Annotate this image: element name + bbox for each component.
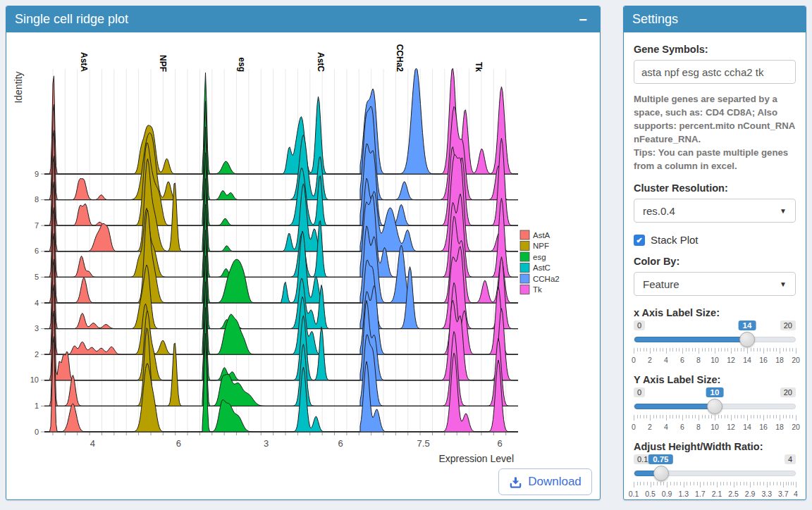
chevron-down-icon: ▼ [780, 207, 787, 215]
slider-minor-tick [744, 482, 744, 485]
svg-text:2: 2 [35, 350, 39, 359]
legend-swatch [520, 263, 529, 273]
slider-minor-tick [725, 348, 725, 352]
stack-plot-checkbox-row[interactable]: ✔ Stack Plot [634, 234, 796, 246]
download-icon [509, 475, 522, 489]
slider-tick [700, 482, 701, 487]
ridge-plot-card-header: Single cell ridge plot − [6, 6, 600, 32]
slider-minor-tick [753, 348, 754, 352]
slider-minor-tick [676, 348, 677, 352]
slider-tick-label: 3.3 [761, 490, 772, 498]
slider-1[interactable]: 0 20 10 02468101214161820 [634, 387, 796, 433]
slider-0[interactable]: 0 20 14 02468101214161820 [634, 321, 796, 366]
collapse-minus-icon[interactable]: − [574, 13, 591, 27]
slider-2[interactable]: 0.1 4 0.75 0.10.50.91.31.72.12.52.93.33.… [634, 454, 796, 499]
gene-symbols-label: Gene Symbols: [634, 44, 796, 56]
slider-track[interactable] [634, 404, 796, 409]
cluster-resolution-select[interactable]: res.0.4 ▼ [634, 199, 796, 223]
slider-tick [715, 348, 715, 354]
slider-handle[interactable] [707, 399, 722, 414]
slider-handle[interactable] [653, 466, 669, 481]
slider-minor-tick [734, 348, 735, 352]
slider-tick [731, 348, 732, 354]
slider-minor-tick [660, 348, 660, 352]
chevron-down-icon: ▼ [780, 280, 787, 288]
slider-minor-tick [695, 348, 696, 352]
slider-tick-label: 10 [710, 423, 719, 431]
download-button[interactable]: Download [498, 468, 592, 495]
legend-swatch [520, 274, 529, 283]
gene-symbols-input[interactable] [634, 60, 796, 84]
slider-tick-label: 6 [680, 423, 684, 431]
slider-label-2: Adjust Height/Width Ratio: [634, 441, 796, 453]
slider-minor-tick [663, 415, 663, 418]
slider-track[interactable] [634, 337, 796, 342]
slider-minor-tick [686, 348, 687, 352]
slider-max-badge: 20 [780, 387, 796, 397]
slider-tick-label: 2.1 [712, 490, 722, 498]
slider-minor-tick [751, 415, 751, 418]
slider-minor-tick [746, 482, 747, 485]
svg-text:3: 3 [264, 438, 269, 449]
slider-tick-label: 14 [743, 356, 751, 364]
slider-handle[interactable] [739, 332, 755, 347]
slider-minor-tick [690, 482, 691, 485]
slider-tick [699, 415, 699, 421]
svg-text:3: 3 [35, 324, 39, 332]
slider-minor-tick [744, 348, 744, 352]
slider-minor-tick [721, 415, 722, 418]
slider-tick [767, 482, 768, 487]
slider-minor-tick [646, 348, 647, 352]
slider-tick [699, 348, 699, 354]
slider-minor-tick [718, 415, 719, 418]
slider-max-badge: 4 [785, 454, 796, 464]
legend-label: esg [533, 253, 546, 261]
slider-tick-label: 12 [727, 356, 735, 364]
slider-minor-tick [677, 482, 677, 485]
svg-text:4: 4 [90, 438, 95, 449]
slider-track[interactable] [634, 471, 796, 476]
slider-minor-tick [770, 348, 770, 352]
svg-text:esg: esg [237, 57, 247, 72]
slider-minor-tick [773, 415, 774, 418]
slider-tick-label: 0 [632, 356, 636, 364]
slider-tick-label: 0.1 [629, 490, 639, 498]
svg-text:NPF: NPF [158, 55, 168, 72]
color-by-select[interactable]: Feature ▼ [634, 272, 796, 296]
slider-minor-tick [713, 482, 714, 485]
stack-plot-checkbox[interactable]: ✔ [634, 235, 645, 246]
legend-label: AstC [533, 263, 550, 272]
svg-text:9: 9 [35, 170, 39, 178]
slider-minor-tick [657, 482, 658, 485]
settings-body: Gene Symbols: Multiple genes are separte… [624, 32, 806, 499]
slider-min-badge: 0 [634, 321, 645, 330]
slider-minor-tick [656, 348, 657, 352]
slider-minor-tick [670, 482, 671, 485]
slider-tick-label: 2.9 [745, 490, 756, 498]
slider-tick-label: 1.7 [695, 490, 706, 498]
slider-minor-tick [734, 415, 735, 418]
slider-minor-tick [689, 415, 689, 418]
slider-minor-tick [737, 482, 737, 485]
slider-tick-label: 6 [680, 356, 684, 364]
legend-swatch [520, 242, 529, 251]
slider-minor-tick [694, 482, 694, 485]
slider-tick [650, 415, 651, 421]
slider-minor-tick [708, 415, 709, 418]
slider-tick [651, 482, 651, 487]
slider-tick-label: 2.5 [728, 490, 739, 498]
y-axis-title: Identity [13, 71, 24, 103]
slider-minor-tick [705, 348, 706, 352]
slider-tick-label: 2 [648, 356, 652, 364]
slider-grid: 02468101214161820 [634, 348, 796, 366]
slider-minor-tick [670, 415, 670, 418]
settings-title: Settings [632, 12, 797, 27]
slider-minor-tick [770, 415, 770, 418]
slider-minor-tick [637, 348, 638, 352]
slider-minor-tick [791, 482, 792, 485]
slider-minor-tick [640, 348, 641, 352]
slider-minor-tick [710, 482, 711, 485]
slider-minor-tick [777, 482, 777, 485]
slider-minor-tick [727, 415, 728, 418]
slider-minor-tick [773, 482, 774, 485]
